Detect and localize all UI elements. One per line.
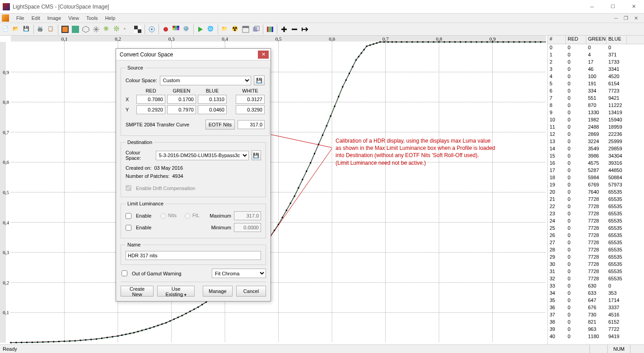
table-row[interactable]: 250772865535 (548, 225, 644, 232)
manage-button[interactable]: Manage (203, 286, 233, 297)
mdi-minimize-button[interactable]: ─ (611, 15, 621, 21)
use-existing-button[interactable]: Use Existing (157, 286, 195, 297)
gamut-mode-select[interactable]: Fit Chroma (212, 269, 266, 278)
col-hdr-index[interactable]: # (548, 36, 566, 44)
window-minimize-button[interactable]: ─ (582, 0, 602, 14)
mdi-close-button[interactable]: ✕ (631, 15, 640, 21)
table-row[interactable]: 30463341 (548, 66, 644, 73)
toolbar-open-icon[interactable]: 📂 (11, 24, 21, 34)
col-hdr-green[interactable]: GREEN (586, 36, 607, 44)
table-row[interactable]: 603347723 (548, 88, 644, 95)
chart-area[interactable]: Calibration of a HDR display, using the … (0, 36, 548, 344)
table-row[interactable]: 280772865535 (548, 246, 644, 254)
table-row[interactable]: 3707304516 (548, 311, 644, 319)
table-row[interactable]: 230772865535 (548, 210, 644, 218)
eotf-nits-value[interactable] (238, 120, 265, 129)
create-new-button[interactable]: Create New (121, 286, 154, 297)
toolbar-cube-icon[interactable] (81, 24, 91, 34)
toolbar-profile2-icon[interactable] (70, 24, 80, 34)
source-save-button[interactable]: 💾 (254, 75, 265, 85)
table-row[interactable]: 170528744850 (548, 167, 644, 174)
table-row[interactable]: 190676957973 (548, 181, 644, 189)
table-row[interactable]: 104371 (548, 51, 644, 59)
table-row[interactable]: 0000 (548, 44, 644, 51)
toolbar-layers-icon[interactable] (251, 24, 261, 34)
table-row[interactable]: 20171733 (548, 59, 644, 66)
src-x-green[interactable] (167, 95, 196, 104)
table-row[interactable]: 340633353 (548, 290, 644, 297)
eotf-nits-button[interactable]: EOTF Nits (205, 120, 235, 130)
table-row[interactable]: 3909637722 (548, 326, 644, 333)
table-row[interactable]: 120286922236 (548, 131, 644, 138)
table-row[interactable]: 200764065535 (548, 189, 644, 196)
toolbar-expand-icon[interactable] (300, 24, 310, 34)
src-y-blue[interactable] (198, 105, 227, 114)
dialog-titlebar[interactable]: Convert Colour Space ✕ (116, 49, 271, 60)
table-row[interactable]: 8087011222 (548, 102, 644, 109)
name-input[interactable] (126, 251, 261, 260)
menu-file[interactable]: File (13, 14, 28, 22)
limit-min-enable-checkbox[interactable] (126, 225, 131, 231)
table-row[interactable]: 240772865535 (548, 218, 644, 225)
table-row[interactable]: 300772865535 (548, 261, 644, 268)
src-y-red[interactable] (136, 105, 165, 114)
out-of-gamut-checkbox[interactable] (121, 270, 127, 276)
toolbar-new-icon[interactable]: 📄 (1, 24, 11, 34)
toolbar-radiation-icon[interactable]: ☢️ (230, 24, 240, 34)
src-x-blue[interactable] (198, 95, 227, 104)
table-row[interactable]: 705519421 (548, 95, 644, 102)
table-row[interactable]: 180598450884 (548, 174, 644, 181)
toolbar-grid-icon[interactable] (91, 24, 101, 34)
src-x-white[interactable] (236, 95, 265, 104)
table-row[interactable]: 140354929859 (548, 145, 644, 153)
toolbar-save-icon[interactable]: 💾 (22, 24, 32, 34)
toolbar-rgb-icon[interactable] (265, 24, 275, 34)
table-row[interactable]: 260772865535 (548, 232, 644, 239)
table-row[interactable]: 130322425999 (548, 138, 644, 145)
toolbar-folder2-icon[interactable]: 📁 (220, 24, 230, 34)
menu-image[interactable]: Image (44, 14, 65, 22)
table-row[interactable]: 3606763337 (548, 304, 644, 311)
col-hdr-blue[interactable]: BLUE (607, 36, 627, 44)
window-close-button[interactable]: ✕ (623, 0, 644, 14)
menu-edit[interactable]: Edit (28, 14, 44, 22)
table-row[interactable]: 270772865535 (548, 239, 644, 246)
toolbar-target-icon[interactable] (147, 24, 157, 34)
toolbar-star2-icon[interactable]: ❇️ (112, 24, 122, 34)
limit-max-enable-checkbox[interactable] (126, 213, 131, 219)
toolbar-record-icon[interactable] (161, 24, 171, 34)
menu-tools[interactable]: Tools (83, 14, 102, 22)
table-row[interactable]: 3306300 (548, 283, 644, 290)
table-row[interactable]: 100198215940 (548, 116, 644, 124)
toolbar-globe-icon[interactable]: 🌐 (206, 24, 216, 34)
table-row[interactable]: 40011809419 (548, 333, 644, 340)
toolbar-star1-icon[interactable]: ✳️ (102, 24, 112, 34)
mdi-restore-button[interactable]: ❐ (621, 15, 630, 21)
toolbar-window-icon[interactable] (241, 24, 251, 34)
src-y-green[interactable] (167, 105, 196, 114)
table-row[interactable]: 290772865535 (548, 254, 644, 261)
src-x-red[interactable] (136, 95, 165, 104)
table-row[interactable]: 310772865535 (548, 268, 644, 275)
dialog-close-button[interactable]: ✕ (258, 51, 269, 59)
src-y-white[interactable] (236, 105, 265, 114)
source-colourspace-select[interactable]: Custom (160, 76, 251, 85)
toolbar-minus-icon[interactable] (289, 24, 299, 34)
table-row[interactable]: 320772865535 (548, 275, 644, 283)
table-row[interactable]: 110248818959 (548, 124, 644, 131)
table-row[interactable]: 3808216152 (548, 319, 644, 326)
toolbar-profile1-icon[interactable] (60, 24, 70, 34)
cancel-button[interactable]: Cancel (236, 286, 266, 297)
table-row[interactable]: 160457539316 (548, 160, 644, 167)
toolbar-play-icon[interactable] (196, 24, 205, 34)
toolbar-print-icon[interactable]: 🖨️ (36, 24, 46, 34)
table-row[interactable]: 210772865535 (548, 196, 644, 203)
toolbar-palette-icon[interactable] (171, 24, 181, 34)
table-body[interactable]: 0000104371201717333046334140100452050191… (548, 44, 644, 344)
table-row[interactable]: 501916154 (548, 80, 644, 88)
toolbar-settings-icon[interactable]: ⚙️ (182, 24, 191, 34)
menu-help[interactable]: Help (102, 14, 119, 22)
window-maximize-button[interactable]: ☐ (602, 0, 623, 14)
table-row[interactable]: 401004520 (548, 73, 644, 80)
toolbar-plus-icon[interactable] (279, 24, 289, 34)
